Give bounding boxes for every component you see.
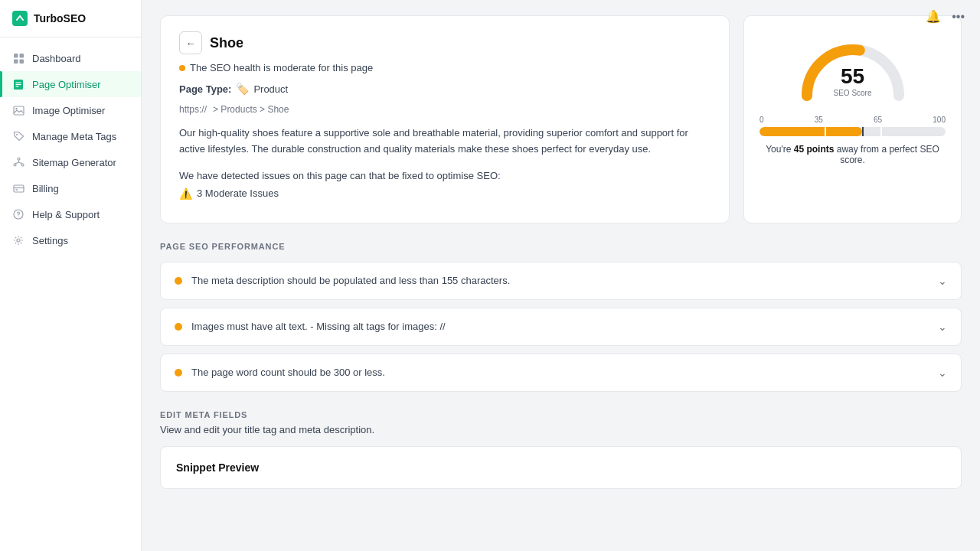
svg-point-21 — [18, 216, 18, 217]
svg-line-16 — [18, 162, 22, 164]
seo-health-row: The SEO health is moderate for this page — [179, 62, 710, 73]
svg-point-11 — [18, 158, 20, 160]
page-type-row: Page Type: 🏷️ Product — [179, 83, 710, 95]
sidebar-item-page-optimiser[interactable]: Page Optimiser — [0, 71, 141, 97]
chevron-down-icon-1: ⌄ — [938, 275, 947, 287]
sidebar-label-help-support: Help & Support — [32, 209, 100, 220]
page-top-section: ← Shoe The SEO health is moderate for th… — [160, 15, 962, 223]
sidebar-label-settings: Settings — [32, 235, 68, 246]
meta-fields-description: View and edit your title tag and meta de… — [160, 424, 962, 435]
bar-label-0: 0 — [760, 116, 764, 124]
sidebar-item-sitemap-generator[interactable]: Sitemap Generator — [0, 149, 141, 175]
bar-marker-65 — [880, 127, 882, 136]
tag-icon — [12, 130, 24, 142]
sidebar: TurboSEO Dashboard — [0, 0, 142, 551]
svg-rect-3 — [19, 59, 24, 64]
svg-rect-17 — [14, 185, 24, 192]
back-button[interactable]: ← — [179, 31, 202, 54]
logo-icon — [12, 11, 28, 26]
issue-item-alt-text[interactable]: Images must have alt text. - Missing alt… — [160, 308, 962, 346]
score-bar-track — [760, 127, 946, 136]
gauge-number: 55 — [833, 64, 871, 89]
page-url: https:// — [179, 104, 207, 115]
gauge-container: 55 SEO Score — [795, 34, 910, 103]
issues-intro-text: We have detected issues on this page can… — [179, 170, 501, 181]
bar-marker-score — [862, 127, 864, 136]
sidebar-item-image-optimiser[interactable]: Image Optimiser — [0, 97, 141, 123]
sitemap-icon — [12, 156, 24, 168]
bar-label-100: 100 — [933, 116, 946, 124]
image-icon — [12, 104, 24, 116]
help-icon — [12, 208, 24, 220]
issue-text-2: Images must have alt text. - Missing alt… — [191, 321, 938, 332]
grid-icon — [12, 52, 24, 64]
svg-rect-2 — [14, 59, 18, 64]
sidebar-item-manage-meta-tags[interactable]: Manage Meta Tags — [0, 123, 141, 149]
page-title: Shoe — [210, 35, 243, 51]
page-info-card: ← Shoe The SEO health is moderate for th… — [160, 15, 730, 223]
svg-rect-8 — [14, 106, 24, 115]
bar-marker-35 — [825, 127, 826, 136]
performance-section: PAGE SEO PERFORMANCE The meta descriptio… — [160, 242, 962, 392]
sidebar-label-page-optimiser: Page Optimiser — [32, 79, 101, 90]
breadcrumb: > Products > Shoe — [213, 104, 289, 115]
sidebar-item-settings[interactable]: Settings — [0, 227, 141, 253]
sidebar-item-billing[interactable]: Billing — [0, 175, 141, 201]
sidebar-item-dashboard[interactable]: Dashboard — [0, 45, 141, 71]
svg-point-13 — [21, 164, 24, 166]
warning-icon: ⚠️ — [179, 187, 192, 200]
issue-item-word-count[interactable]: The page word count should be 300 or les… — [160, 354, 962, 392]
page-type-value: Product — [253, 83, 288, 95]
sidebar-label-dashboard: Dashboard — [32, 53, 81, 64]
score-points-text: You're 45 points away from a perfect SEO… — [760, 144, 946, 165]
sidebar-item-help-support[interactable]: Help & Support — [0, 201, 141, 227]
app-name: TurboSEO — [34, 12, 86, 24]
topbar: 🔔 ••• — [910, 0, 980, 33]
seo-health-text: The SEO health is moderate for this page — [190, 62, 373, 73]
svg-point-12 — [14, 164, 16, 166]
sidebar-nav: Dashboard Page Optimiser — [0, 37, 141, 551]
meta-fields-section: EDIT META FIELDS View and edit your titl… — [160, 410, 962, 489]
sidebar-label-billing: Billing — [32, 183, 59, 194]
bar-label-35: 35 — [815, 116, 823, 124]
more-options-icon[interactable]: ••• — [952, 10, 965, 24]
issues-badge: ⚠️ 3 Moderate Issues — [179, 187, 710, 200]
snippet-card: Snippet Preview — [160, 446, 962, 489]
gauge-text: 55 SEO Score — [833, 64, 871, 97]
svg-point-9 — [15, 107, 17, 109]
url-row: https:// > Products > Shoe — [179, 104, 710, 115]
notification-icon[interactable]: 🔔 — [926, 9, 941, 24]
page-icon — [12, 78, 24, 90]
svg-rect-1 — [19, 54, 24, 58]
issue-dot-3 — [175, 369, 182, 377]
points-bold: 45 points — [794, 144, 835, 155]
issue-dot-1 — [175, 277, 182, 285]
snippet-preview-title: Snippet Preview — [176, 461, 259, 474]
issue-item-meta-desc[interactable]: The meta description should be populated… — [160, 262, 962, 300]
score-bar-fill — [760, 127, 862, 136]
performance-section-title: PAGE SEO PERFORMANCE — [160, 242, 962, 251]
main-content: 🔔 ••• ← Shoe The SEO health is moderate … — [142, 0, 980, 551]
sidebar-label-image-optimiser: Image Optimiser — [32, 105, 105, 116]
card-title-row: ← Shoe — [179, 31, 710, 54]
issues-count-text: 3 Moderate Issues — [197, 187, 279, 199]
score-bar-container: 0 35 65 100 — [760, 116, 946, 136]
product-tag-icon: 🏷️ — [236, 83, 249, 95]
chevron-down-icon-3: ⌄ — [938, 367, 947, 379]
issue-dot-2 — [175, 323, 182, 331]
svg-rect-0 — [14, 54, 18, 58]
issue-text-3: The page word count should be 300 or les… — [191, 367, 938, 378]
svg-point-10 — [16, 134, 18, 135]
sidebar-label-manage-meta-tags: Manage Meta Tags — [32, 131, 116, 142]
sidebar-label-sitemap-generator: Sitemap Generator — [32, 157, 116, 168]
score-bar-labels: 0 35 65 100 — [760, 116, 946, 124]
issue-text-1: The meta description should be populated… — [191, 275, 938, 286]
svg-line-15 — [15, 162, 18, 164]
score-card: 55 SEO Score 0 35 65 100 — [743, 15, 962, 223]
chevron-down-icon-2: ⌄ — [938, 321, 947, 333]
health-dot — [179, 65, 185, 71]
settings-icon — [12, 234, 24, 246]
app-logo: TurboSEO — [0, 0, 141, 37]
svg-point-22 — [17, 239, 20, 242]
page-description: Our high-quality shoes feature a support… — [179, 126, 710, 158]
